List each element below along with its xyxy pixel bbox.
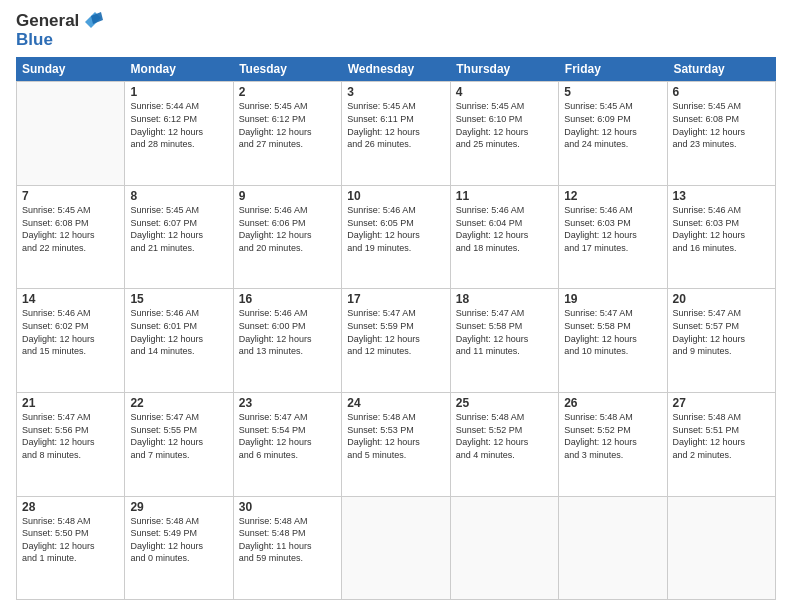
day-number: 25 bbox=[456, 396, 553, 410]
day-cell-15: 15Sunrise: 5:46 AM Sunset: 6:01 PM Dayli… bbox=[125, 289, 233, 392]
day-info: Sunrise: 5:45 AM Sunset: 6:11 PM Dayligh… bbox=[347, 100, 444, 150]
empty-cell bbox=[451, 497, 559, 600]
day-number: 26 bbox=[564, 396, 661, 410]
day-info: Sunrise: 5:46 AM Sunset: 6:04 PM Dayligh… bbox=[456, 204, 553, 254]
day-cell-18: 18Sunrise: 5:47 AM Sunset: 5:58 PM Dayli… bbox=[451, 289, 559, 392]
day-cell-19: 19Sunrise: 5:47 AM Sunset: 5:58 PM Dayli… bbox=[559, 289, 667, 392]
day-cell-29: 29Sunrise: 5:48 AM Sunset: 5:49 PM Dayli… bbox=[125, 497, 233, 600]
day-info: Sunrise: 5:44 AM Sunset: 6:12 PM Dayligh… bbox=[130, 100, 227, 150]
day-info: Sunrise: 5:47 AM Sunset: 5:55 PM Dayligh… bbox=[130, 411, 227, 461]
week-row-5: 28Sunrise: 5:48 AM Sunset: 5:50 PM Dayli… bbox=[17, 497, 776, 601]
header-day-wednesday: Wednesday bbox=[342, 57, 451, 81]
day-number: 29 bbox=[130, 500, 227, 514]
day-cell-23: 23Sunrise: 5:47 AM Sunset: 5:54 PM Dayli… bbox=[234, 393, 342, 496]
day-number: 4 bbox=[456, 85, 553, 99]
header-day-saturday: Saturday bbox=[667, 57, 776, 81]
day-info: Sunrise: 5:48 AM Sunset: 5:48 PM Dayligh… bbox=[239, 515, 336, 565]
week-row-1: 1Sunrise: 5:44 AM Sunset: 6:12 PM Daylig… bbox=[17, 82, 776, 186]
day-number: 10 bbox=[347, 189, 444, 203]
day-info: Sunrise: 5:48 AM Sunset: 5:51 PM Dayligh… bbox=[673, 411, 770, 461]
empty-cell bbox=[668, 497, 776, 600]
day-cell-25: 25Sunrise: 5:48 AM Sunset: 5:52 PM Dayli… bbox=[451, 393, 559, 496]
header-day-thursday: Thursday bbox=[450, 57, 559, 81]
day-number: 5 bbox=[564, 85, 661, 99]
calendar-header: SundayMondayTuesdayWednesdayThursdayFrid… bbox=[16, 57, 776, 81]
day-cell-9: 9Sunrise: 5:46 AM Sunset: 6:06 PM Daylig… bbox=[234, 186, 342, 289]
day-number: 17 bbox=[347, 292, 444, 306]
day-cell-27: 27Sunrise: 5:48 AM Sunset: 5:51 PM Dayli… bbox=[668, 393, 776, 496]
day-info: Sunrise: 5:48 AM Sunset: 5:50 PM Dayligh… bbox=[22, 515, 119, 565]
day-info: Sunrise: 5:47 AM Sunset: 5:54 PM Dayligh… bbox=[239, 411, 336, 461]
day-cell-4: 4Sunrise: 5:45 AM Sunset: 6:10 PM Daylig… bbox=[451, 82, 559, 185]
calendar-body: 1Sunrise: 5:44 AM Sunset: 6:12 PM Daylig… bbox=[16, 81, 776, 600]
day-cell-13: 13Sunrise: 5:46 AM Sunset: 6:03 PM Dayli… bbox=[668, 186, 776, 289]
day-info: Sunrise: 5:48 AM Sunset: 5:52 PM Dayligh… bbox=[456, 411, 553, 461]
day-number: 23 bbox=[239, 396, 336, 410]
logo-area: General Blue bbox=[16, 12, 103, 49]
day-number: 8 bbox=[130, 189, 227, 203]
day-number: 24 bbox=[347, 396, 444, 410]
day-cell-30: 30Sunrise: 5:48 AM Sunset: 5:48 PM Dayli… bbox=[234, 497, 342, 600]
day-cell-1: 1Sunrise: 5:44 AM Sunset: 6:12 PM Daylig… bbox=[125, 82, 233, 185]
day-cell-26: 26Sunrise: 5:48 AM Sunset: 5:52 PM Dayli… bbox=[559, 393, 667, 496]
day-cell-16: 16Sunrise: 5:46 AM Sunset: 6:00 PM Dayli… bbox=[234, 289, 342, 392]
day-info: Sunrise: 5:48 AM Sunset: 5:53 PM Dayligh… bbox=[347, 411, 444, 461]
day-number: 19 bbox=[564, 292, 661, 306]
day-number: 6 bbox=[673, 85, 770, 99]
day-number: 27 bbox=[673, 396, 770, 410]
day-number: 12 bbox=[564, 189, 661, 203]
empty-cell bbox=[559, 497, 667, 600]
day-cell-21: 21Sunrise: 5:47 AM Sunset: 5:56 PM Dayli… bbox=[17, 393, 125, 496]
day-info: Sunrise: 5:45 AM Sunset: 6:09 PM Dayligh… bbox=[564, 100, 661, 150]
day-info: Sunrise: 5:48 AM Sunset: 5:49 PM Dayligh… bbox=[130, 515, 227, 565]
day-cell-22: 22Sunrise: 5:47 AM Sunset: 5:55 PM Dayli… bbox=[125, 393, 233, 496]
day-cell-3: 3Sunrise: 5:45 AM Sunset: 6:11 PM Daylig… bbox=[342, 82, 450, 185]
day-info: Sunrise: 5:46 AM Sunset: 6:03 PM Dayligh… bbox=[564, 204, 661, 254]
day-info: Sunrise: 5:46 AM Sunset: 6:06 PM Dayligh… bbox=[239, 204, 336, 254]
header: General Blue bbox=[16, 12, 776, 49]
day-number: 3 bbox=[347, 85, 444, 99]
week-row-3: 14Sunrise: 5:46 AM Sunset: 6:02 PM Dayli… bbox=[17, 289, 776, 393]
week-row-2: 7Sunrise: 5:45 AM Sunset: 6:08 PM Daylig… bbox=[17, 186, 776, 290]
day-number: 1 bbox=[130, 85, 227, 99]
day-number: 13 bbox=[673, 189, 770, 203]
day-number: 7 bbox=[22, 189, 119, 203]
day-cell-10: 10Sunrise: 5:46 AM Sunset: 6:05 PM Dayli… bbox=[342, 186, 450, 289]
day-number: 22 bbox=[130, 396, 227, 410]
header-day-sunday: Sunday bbox=[16, 57, 125, 81]
day-info: Sunrise: 5:45 AM Sunset: 6:08 PM Dayligh… bbox=[673, 100, 770, 150]
day-cell-7: 7Sunrise: 5:45 AM Sunset: 6:08 PM Daylig… bbox=[17, 186, 125, 289]
day-info: Sunrise: 5:45 AM Sunset: 6:07 PM Dayligh… bbox=[130, 204, 227, 254]
day-number: 9 bbox=[239, 189, 336, 203]
day-info: Sunrise: 5:46 AM Sunset: 6:01 PM Dayligh… bbox=[130, 307, 227, 357]
day-info: Sunrise: 5:46 AM Sunset: 6:00 PM Dayligh… bbox=[239, 307, 336, 357]
day-info: Sunrise: 5:45 AM Sunset: 6:12 PM Dayligh… bbox=[239, 100, 336, 150]
header-day-friday: Friday bbox=[559, 57, 668, 81]
empty-cell bbox=[342, 497, 450, 600]
day-info: Sunrise: 5:47 AM Sunset: 5:56 PM Dayligh… bbox=[22, 411, 119, 461]
day-info: Sunrise: 5:46 AM Sunset: 6:02 PM Dayligh… bbox=[22, 307, 119, 357]
day-cell-6: 6Sunrise: 5:45 AM Sunset: 6:08 PM Daylig… bbox=[668, 82, 776, 185]
day-cell-5: 5Sunrise: 5:45 AM Sunset: 6:09 PM Daylig… bbox=[559, 82, 667, 185]
day-info: Sunrise: 5:46 AM Sunset: 6:03 PM Dayligh… bbox=[673, 204, 770, 254]
day-cell-2: 2Sunrise: 5:45 AM Sunset: 6:12 PM Daylig… bbox=[234, 82, 342, 185]
day-info: Sunrise: 5:45 AM Sunset: 6:08 PM Dayligh… bbox=[22, 204, 119, 254]
day-info: Sunrise: 5:47 AM Sunset: 5:58 PM Dayligh… bbox=[564, 307, 661, 357]
day-info: Sunrise: 5:48 AM Sunset: 5:52 PM Dayligh… bbox=[564, 411, 661, 461]
day-number: 21 bbox=[22, 396, 119, 410]
day-number: 11 bbox=[456, 189, 553, 203]
day-number: 18 bbox=[456, 292, 553, 306]
day-cell-20: 20Sunrise: 5:47 AM Sunset: 5:57 PM Dayli… bbox=[668, 289, 776, 392]
day-info: Sunrise: 5:47 AM Sunset: 5:59 PM Dayligh… bbox=[347, 307, 444, 357]
day-number: 15 bbox=[130, 292, 227, 306]
day-cell-28: 28Sunrise: 5:48 AM Sunset: 5:50 PM Dayli… bbox=[17, 497, 125, 600]
day-number: 14 bbox=[22, 292, 119, 306]
day-number: 2 bbox=[239, 85, 336, 99]
day-cell-12: 12Sunrise: 5:46 AM Sunset: 6:03 PM Dayli… bbox=[559, 186, 667, 289]
day-cell-24: 24Sunrise: 5:48 AM Sunset: 5:53 PM Dayli… bbox=[342, 393, 450, 496]
day-number: 30 bbox=[239, 500, 336, 514]
header-day-monday: Monday bbox=[125, 57, 234, 81]
day-number: 20 bbox=[673, 292, 770, 306]
week-row-4: 21Sunrise: 5:47 AM Sunset: 5:56 PM Dayli… bbox=[17, 393, 776, 497]
day-info: Sunrise: 5:47 AM Sunset: 5:58 PM Dayligh… bbox=[456, 307, 553, 357]
